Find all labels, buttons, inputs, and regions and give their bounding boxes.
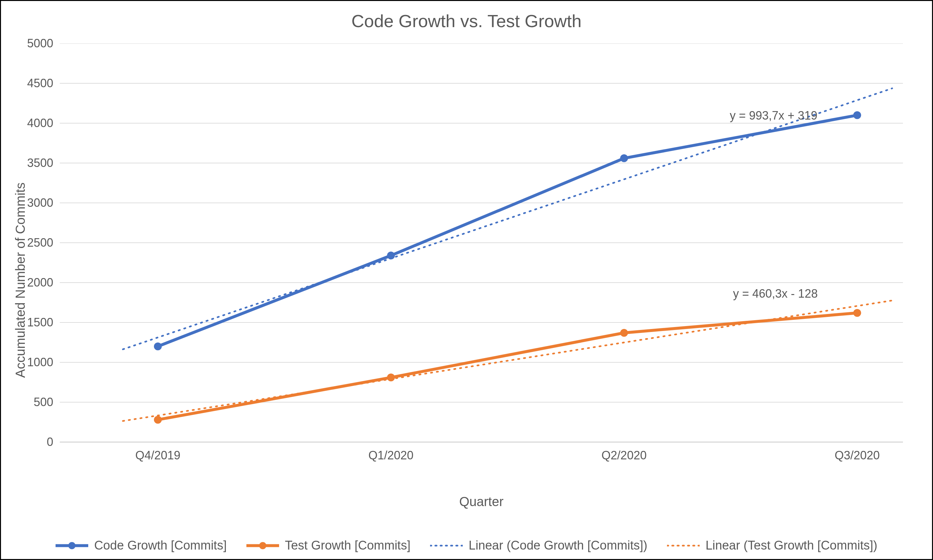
chart-frame: Code Growth vs. Test Growth Accumulated … — [0, 0, 933, 560]
data-point-marker — [853, 309, 861, 317]
trend-line — [123, 88, 892, 349]
legend-item: Linear (Test Growth [Commits]) — [667, 538, 878, 552]
legend-label: Linear (Code Growth [Commits]) — [469, 538, 647, 552]
y-tick-label: 500 — [17, 395, 53, 409]
x-tick-label: Q4/2019 — [135, 449, 180, 462]
data-point-marker — [620, 329, 628, 337]
y-tick-label: 4000 — [17, 116, 53, 130]
x-tick-label: Q1/2020 — [368, 449, 413, 462]
data-point-marker — [387, 374, 395, 381]
legend-item: Code Growth [Commits] — [55, 538, 226, 552]
data-point-marker — [154, 416, 162, 424]
y-tick-label: 2500 — [17, 236, 53, 249]
x-tick-label: Q3/2020 — [834, 449, 880, 462]
trendline-equation: y = 993,7x + 319 — [730, 109, 817, 123]
data-series-line — [158, 313, 857, 420]
data-series-line — [158, 115, 857, 347]
data-point-marker — [853, 111, 861, 119]
legend-swatch — [667, 541, 700, 551]
y-tick-label: 4500 — [17, 77, 53, 90]
chart-svg — [60, 43, 903, 468]
y-tick-label: 2000 — [17, 276, 53, 289]
x-tick-label: Q2/2020 — [602, 449, 647, 462]
svg-point-1 — [68, 542, 75, 549]
chart-title: Code Growth vs. Test Growth — [1, 11, 932, 31]
legend-swatch — [430, 541, 463, 551]
svg-point-3 — [259, 542, 266, 549]
legend-item: Test Growth [Commits] — [246, 538, 411, 552]
legend-swatch — [55, 541, 88, 551]
legend-label: Code Growth [Commits] — [94, 538, 226, 552]
data-point-marker — [620, 154, 628, 162]
trendline-equation: y = 460,3x - 128 — [733, 287, 818, 301]
plot-area: 0500100015002000250030003500400045005000… — [60, 43, 903, 468]
y-tick-label: 1500 — [17, 315, 53, 329]
data-point-marker — [154, 342, 162, 350]
legend-swatch — [246, 541, 279, 551]
legend: Code Growth [Commits]Test Growth [Commit… — [1, 538, 932, 552]
y-tick-label: 5000 — [17, 37, 53, 50]
y-tick-label: 1000 — [17, 355, 53, 369]
y-tick-label: 0 — [17, 435, 53, 449]
y-tick-label: 3500 — [17, 156, 53, 170]
x-axis-title: Quarter — [60, 494, 903, 509]
legend-item: Linear (Code Growth [Commits]) — [430, 538, 647, 552]
legend-label: Linear (Test Growth [Commits]) — [705, 538, 878, 552]
legend-label: Test Growth [Commits] — [285, 538, 411, 552]
y-tick-label: 3000 — [17, 196, 53, 210]
